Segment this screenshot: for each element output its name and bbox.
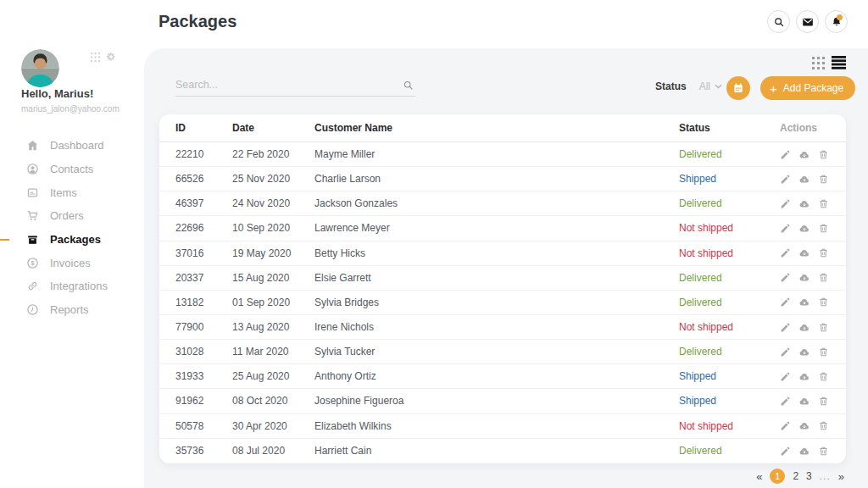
calendar-icon [732, 82, 744, 94]
table-row[interactable]: 31028 11 Mar 2020 Sylvia Tucker Delivere… [159, 340, 846, 364]
cell-date: 01 Sep 2020 [232, 297, 314, 308]
pagination-page-2[interactable]: 2 [793, 470, 798, 482]
cell-id: 46397 [159, 197, 232, 209]
download-button[interactable] [798, 446, 810, 457]
trash-icon [818, 322, 829, 333]
pagination-next[interactable]: » [838, 470, 844, 483]
avatar[interactable] [21, 49, 59, 87]
download-button[interactable] [798, 371, 810, 382]
column-header-status: Status [679, 122, 780, 134]
search-input[interactable] [175, 74, 390, 96]
delete-button[interactable] [818, 371, 829, 382]
delete-button[interactable] [818, 420, 829, 431]
delete-button[interactable] [818, 322, 829, 333]
messages-button[interactable] [796, 10, 819, 33]
home-icon [26, 139, 39, 152]
sidebar-item-items[interactable]: Items [0, 180, 144, 204]
delete-button[interactable] [818, 198, 829, 209]
sidebar-item-integrations[interactable]: Integrations [0, 274, 144, 298]
status-label: Shipped [679, 370, 716, 382]
status-filter-label: Status [655, 80, 687, 92]
cell-date: 24 Nov 2020 [232, 197, 314, 209]
search-button[interactable] [767, 10, 790, 33]
edit-button[interactable] [780, 247, 791, 258]
delete-button[interactable] [818, 272, 829, 283]
delete-button[interactable] [818, 396, 829, 407]
table-row[interactable]: 20337 15 Aug 2020 Elsie Garrett Delivere… [159, 266, 846, 291]
edit-button[interactable] [780, 446, 791, 457]
download-button[interactable] [798, 272, 810, 283]
sidebar-item-dashboard[interactable]: Dashboard [0, 134, 144, 158]
grid-view-icon[interactable] [812, 57, 825, 69]
edit-button[interactable] [780, 297, 791, 308]
sidebar-item-label: Dashboard [50, 139, 104, 152]
status-label: Delivered [679, 148, 722, 160]
cell-id: 37016 [159, 247, 232, 259]
download-button[interactable] [798, 420, 810, 431]
sidebar-item-invoices[interactable]: $ Invoices [0, 251, 144, 274]
table-row[interactable]: 22210 22 Feb 2020 Mayme Miller Delivered [159, 142, 846, 167]
edit-button[interactable] [780, 198, 791, 209]
table-row[interactable]: 37016 19 May 2020 Betty Hicks Not shippe… [159, 241, 846, 266]
table-row[interactable]: 22696 10 Sep 2020 Lawrence Meyer Not shi… [159, 216, 846, 241]
sidebar-item-orders[interactable]: Orders [0, 204, 144, 228]
status-label: Not shipped [679, 321, 733, 333]
list-view-icon[interactable] [832, 56, 846, 69]
edit-button[interactable] [780, 149, 791, 160]
pagination-page-1[interactable]: 1 [770, 469, 785, 484]
delete-button[interactable] [818, 446, 829, 457]
table-row[interactable]: 66526 25 Nov 2020 Charlie Larson Shipped [159, 167, 846, 191]
pencil-icon [780, 322, 791, 333]
grid-icon[interactable] [91, 53, 100, 62]
status-filter-value[interactable]: All [699, 80, 710, 92]
delete-button[interactable] [818, 149, 829, 160]
pencil-icon [780, 149, 791, 160]
table-row[interactable]: 31933 25 Aug 2020 Anthony Ortiz Shipped [159, 364, 846, 389]
pencil-icon [780, 446, 791, 457]
edit-button[interactable] [780, 420, 791, 431]
download-button[interactable] [798, 297, 810, 308]
cart-icon [26, 209, 39, 222]
cell-date: 11 Mar 2020 [232, 346, 314, 358]
edit-button[interactable] [780, 272, 791, 283]
pagination-page-3[interactable]: 3 [806, 470, 812, 482]
add-package-button[interactable]: + Add Package [760, 76, 855, 100]
delete-button[interactable] [818, 223, 829, 234]
edit-button[interactable] [780, 322, 791, 333]
cell-actions [780, 371, 846, 382]
edit-button[interactable] [780, 223, 791, 234]
download-button[interactable] [798, 247, 810, 258]
delete-button[interactable] [818, 174, 829, 185]
delete-button[interactable] [818, 347, 829, 358]
calendar-button[interactable] [726, 76, 750, 100]
sidebar-item-contacts[interactable]: Contacts [0, 158, 144, 181]
download-button[interactable] [798, 396, 810, 407]
download-button[interactable] [798, 322, 810, 333]
download-button[interactable] [798, 347, 810, 358]
edit-button[interactable] [780, 347, 791, 358]
download-button[interactable] [798, 198, 810, 209]
notification-badge [837, 14, 843, 20]
sidebar-item-label: Integrations [50, 280, 108, 292]
pagination-prev[interactable]: « [756, 470, 762, 483]
download-button[interactable] [798, 174, 810, 185]
sidebar-item-reports[interactable]: Reports [0, 298, 144, 322]
edit-button[interactable] [780, 371, 791, 382]
table-row[interactable]: 50578 30 Apr 2020 Elizabeth Wilkins Not … [159, 414, 846, 439]
download-button[interactable] [798, 223, 810, 234]
table-row[interactable]: 91962 08 Oct 2020 Josephine Figueroa Shi… [159, 389, 846, 413]
edit-button[interactable] [780, 174, 791, 185]
table-row[interactable]: 13182 01 Sep 2020 Sylvia Bridges Deliver… [159, 291, 846, 315]
notifications-button[interactable] [825, 10, 848, 33]
edit-button[interactable] [780, 396, 791, 407]
table-row[interactable]: 35736 08 Jul 2020 Harriett Cain Delivere… [159, 439, 846, 463]
search-input-icon[interactable] [403, 80, 414, 91]
delete-button[interactable] [818, 297, 829, 308]
sidebar-item-packages[interactable]: Packages [0, 228, 144, 252]
gear-icon[interactable] [106, 52, 116, 62]
chevron-down-icon[interactable] [715, 84, 722, 89]
table-row[interactable]: 77900 13 Aug 2020 Irene Nichols Not ship… [159, 315, 846, 340]
download-button[interactable] [798, 149, 810, 160]
delete-button[interactable] [818, 247, 829, 258]
table-row[interactable]: 46397 24 Nov 2020 Jackson Gonzales Deliv… [159, 191, 846, 216]
